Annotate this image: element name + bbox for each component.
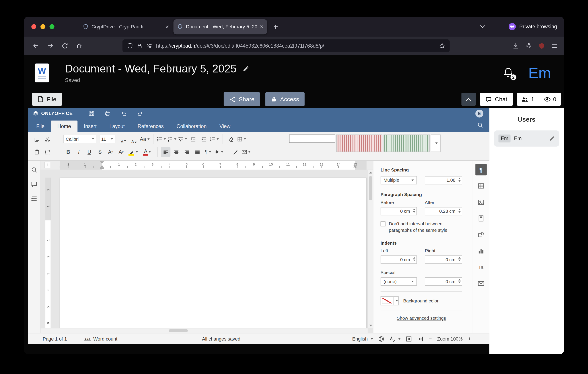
vertical-scrollbar[interactable] — [368, 170, 373, 328]
menu-file[interactable]: File — [30, 121, 51, 132]
font-size-select[interactable]: 11 — [99, 135, 115, 143]
zoom-level-label[interactable]: Zoom 100% — [437, 336, 462, 342]
menu-home[interactable]: Home — [51, 121, 77, 132]
extensions-puzzle-icon[interactable] — [526, 42, 532, 49]
spacing-after-spinner[interactable]: 0.28 cm — [425, 207, 462, 216]
borders-ic[interactable] — [237, 134, 246, 144]
notifications-bell-icon[interactable]: 2 — [503, 66, 515, 79]
home-button[interactable] — [73, 40, 85, 52]
first-line-indent-marker[interactable] — [100, 161, 104, 164]
horizontal-scroll-thumb[interactable] — [169, 329, 188, 332]
shape-settings-tab-icon[interactable] — [475, 229, 486, 240]
line-spacing-icon[interactable] — [210, 134, 219, 144]
presence-button[interactable]: 1 0 — [517, 93, 561, 106]
menu-view[interactable]: View — [213, 121, 237, 132]
copy-style-brush-icon[interactable] — [231, 147, 240, 157]
comments-icon[interactable] — [31, 181, 37, 187]
cut-scissors-icon[interactable] — [43, 134, 52, 144]
save-icon[interactable] — [89, 110, 94, 116]
access-button[interactable]: Access — [265, 92, 305, 106]
tracking-protection-shield-icon[interactable] — [127, 43, 133, 49]
ublock-origin-icon[interactable] — [539, 42, 545, 49]
line-spacing-spinner[interactable]: 1.08 — [425, 176, 462, 185]
tab-document[interactable]: Document - Wed, February 5, 2025 × — [173, 19, 267, 34]
italic-button[interactable]: I — [74, 147, 84, 157]
tab-stop-selector[interactable]: L — [44, 162, 51, 168]
menu-layout[interactable]: Layout — [103, 121, 131, 132]
left-indent-box-marker[interactable] — [100, 167, 104, 169]
back-button[interactable] — [30, 40, 42, 52]
document-language-button[interactable]: English — [352, 336, 373, 342]
collapse-toolbar-chevron-icon[interactable] — [461, 93, 476, 106]
copy-icon[interactable] — [32, 134, 42, 144]
underline-button[interactable]: U — [85, 147, 94, 157]
strikeout-button[interactable]: S — [95, 147, 105, 157]
forward-button[interactable] — [44, 40, 56, 52]
rename-pencil-icon[interactable] — [243, 65, 250, 72]
highlight-color-button[interactable] — [127, 147, 140, 157]
align-right-button[interactable] — [182, 147, 192, 157]
permissions-icon[interactable] — [146, 43, 152, 49]
fit-page-icon[interactable] — [406, 336, 412, 342]
background-color-swatch[interactable] — [381, 296, 399, 305]
select-all-icon[interactable] — [43, 147, 52, 157]
header-footer-settings-tab-icon[interactable] — [475, 213, 486, 224]
list-all-tabs-chevron-icon[interactable] — [480, 25, 485, 28]
styles-gallery-expand-icon[interactable] — [431, 135, 441, 152]
decrement-font-size-button[interactable]: A — [129, 134, 139, 144]
special-select[interactable]: (none) — [381, 277, 417, 286]
window-close-button[interactable] — [32, 24, 36, 29]
fit-width-icon[interactable] — [417, 336, 423, 342]
vertical-ruler[interactable]: 2 1 1 2 3 4 5 6 — [45, 178, 51, 328]
user-list-item[interactable]: Em Em — [494, 130, 559, 146]
numbered-list-icon[interactable] — [167, 134, 177, 144]
tab-close-icon[interactable]: × — [260, 24, 263, 30]
style-preview-2[interactable] — [336, 135, 382, 152]
zoom-in-button[interactable]: + — [468, 336, 471, 342]
share-button[interactable]: Share — [224, 92, 260, 106]
horizontal-scrollbar[interactable] — [41, 328, 368, 333]
font-color-button[interactable]: A — [141, 147, 154, 157]
shading-bucket-icon[interactable] — [214, 147, 223, 157]
tab-close-icon[interactable]: × — [165, 24, 169, 30]
align-center-button[interactable] — [171, 147, 181, 157]
change-case-button[interactable]: Aa — [140, 134, 149, 144]
find-icon[interactable] — [31, 167, 37, 173]
menu-references[interactable]: References — [131, 121, 170, 132]
align-left-button[interactable] — [161, 147, 171, 157]
language-globe-icon[interactable] — [378, 336, 384, 342]
menu-hamburger-icon[interactable] — [551, 42, 558, 49]
print-icon[interactable] — [105, 110, 111, 116]
account-avatar[interactable]: Em — [528, 65, 551, 80]
bullet-list-icon[interactable] — [157, 134, 166, 144]
document-page[interactable] — [60, 178, 367, 333]
mail-merge-tab-icon[interactable] — [475, 278, 486, 289]
indent-left-spinner[interactable]: 0 cm — [381, 255, 417, 264]
superscript-button[interactable]: A2 — [106, 147, 116, 157]
bold-button[interactable]: B — [63, 147, 73, 157]
menu-insert[interactable]: Insert — [77, 121, 103, 132]
font-name-select[interactable]: Calibri — [63, 135, 96, 143]
vertical-scroll-thumb[interactable] — [369, 176, 372, 200]
zoom-out-button[interactable]: − — [429, 336, 432, 342]
redo-icon[interactable] — [137, 110, 143, 116]
increase-indent-icon[interactable] — [199, 134, 209, 144]
connection-lock-icon[interactable] — [137, 43, 142, 49]
interval-checkbox[interactable] — [381, 222, 386, 227]
right-indent-marker[interactable] — [353, 165, 357, 167]
chat-button[interactable]: Chat — [480, 93, 513, 106]
document-canvas[interactable]: 2 1 1 2 3 4 5 6 — [41, 170, 373, 333]
editors-count[interactable]: 1 — [517, 96, 539, 102]
window-zoom-button[interactable] — [49, 24, 54, 29]
horizontal-ruler[interactable]: L 2 1 1 2 3 4 5 6 7 8 9 — [41, 161, 373, 170]
scroll-up-arrow[interactable] — [369, 171, 372, 174]
indent-right-spinner[interactable]: 0 cm — [425, 255, 462, 264]
url-text[interactable]: https://cryptpad.fr/doc/#/3/doc/edit/ff0… — [156, 43, 435, 49]
downloads-icon[interactable] — [513, 42, 519, 49]
special-spinner[interactable]: 0 cm — [425, 277, 462, 286]
undo-icon[interactable] — [121, 110, 127, 116]
subscript-button[interactable]: A2 — [116, 147, 126, 157]
show-advanced-settings-link[interactable]: Show advanced settings — [381, 315, 462, 321]
page-indicator[interactable]: Page 1 of 1 — [43, 336, 67, 342]
tab-cryptdrive[interactable]: CryptDrive - CryptPad.fr × — [79, 19, 173, 34]
